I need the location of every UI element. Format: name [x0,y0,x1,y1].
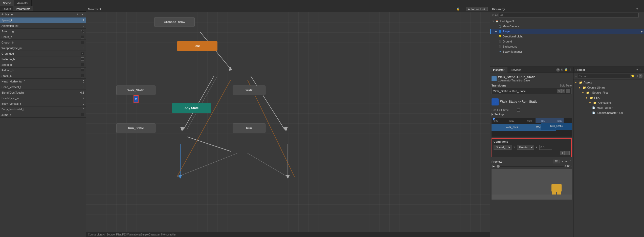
hierarchy-icon2: ⋮ [639,8,642,10]
preview-2d-button[interactable]: 2D [553,160,560,163]
param-row-jump-b[interactable]: Jump_b [0,112,86,118]
project-add-button[interactable]: + [575,74,577,78]
add-param-button[interactable]: + [76,12,80,16]
preview-slider-thumb[interactable] [497,165,500,168]
condition-value-input[interactable] [539,145,552,150]
param-row-head-v[interactable]: Head_Vertical_f 0 [0,84,86,90]
add-condition-button[interactable]: + [560,151,565,155]
svg-line-16 [187,76,217,129]
svg-marker-5 [283,127,288,131]
preview-icon2[interactable]: ⤳ [565,160,567,163]
top-tabs-bar: Scene Animator [0,0,644,6]
hier-item-ground[interactable]: ▶ ⬛ Ground [490,39,644,44]
tab-parameters[interactable]: Parameters [13,6,33,11]
hier-item-main-camera[interactable]: ▶ 📷 Main Camera [490,24,644,29]
tab-inspector[interactable]: Inspector [490,67,507,73]
animator-panel-tabs: Layers Parameters [0,6,86,12]
preview-timeline-slider[interactable] [497,166,564,167]
condition-param-select[interactable]: Speed_f [494,145,512,150]
hier-item-player[interactable]: ▶ 👤 Player ▶ [490,29,644,34]
settings-toggle[interactable]: Settings [492,112,572,117]
checkbox-death-b[interactable] [81,35,84,38]
checkbox-shoot-b[interactable] [81,63,84,66]
state-node-idle[interactable]: Idle [177,41,217,51]
tab-scene[interactable]: Scene [0,0,14,6]
state-node-grenade-throw[interactable]: GrenadeThrow [154,17,195,27]
param-row-blend[interactable]: Blend(DontTouch) 0.5 [0,90,86,95]
hier-item-spawn-manager[interactable]: ▶ ⚙ SpawnManager [490,49,644,54]
transition-mute-btn[interactable]: □ [561,89,565,93]
condition-operator-select[interactable]: Greater [517,145,534,150]
tab-layers[interactable]: Layers [0,6,13,11]
checkbox-static-b[interactable] [81,74,84,77]
hier-item-dir-light[interactable]: ▶ 💡 Directional Light [490,34,644,39]
inspector-gear-icon[interactable]: ⚙ [561,68,563,71]
params-dropdown-button[interactable]: ▾ [80,12,84,16]
param-row-animation-int[interactable]: Animation_int 0 [0,23,86,29]
proj-item-source-files[interactable]: ▼ 📁 _Source_Files [573,90,644,95]
param-row-head-h[interactable]: Head_Horizontal_f 0 [0,79,86,84]
param-row-reload-b[interactable]: Reload_b [0,68,86,73]
proj-item-simple-character[interactable]: 📄 SimpleCharacter_5.0 [573,110,644,115]
param-row-body-h[interactable]: Body_Horizontal_f 0 [0,106,86,112]
project-search-input[interactable] [578,74,630,78]
proj-item-course-library[interactable]: ▼ 📁 Course Library [573,85,644,90]
status-bar-text: Course Library/_Source_Files/FBX/Animati… [88,233,176,236]
proj-item-mask-upper[interactable]: 📄 Mask_Upper [573,105,644,110]
param-row-static-b[interactable]: Static_b [0,73,86,79]
spawn-manager-icon: ⚙ [498,50,502,53]
param-row-crouch-b[interactable]: Crouch_b [0,40,86,45]
param-row-body-v[interactable]: Body_Vertical_f 0 [0,101,86,106]
player-icon: 👤 [498,30,502,33]
lock-icon: 🔒 [456,7,460,11]
param-row-grounded[interactable]: Grounded [0,51,86,56]
project-list: ▼ 📁 Assets ▼ 📁 Course Library ▼ [573,79,644,237]
solo-label: Solo [560,84,565,87]
proj-item-fbx[interactable]: ▼ 📁 FBX [573,95,644,100]
preview-icon1[interactable]: ⤢ [561,160,564,163]
preview-play-button[interactable]: ▶ [492,164,496,168]
checkbox-fullauto[interactable] [81,57,84,61]
param-row-death-b[interactable]: Death_b [0,34,86,40]
hierarchy-dropdown-icon[interactable]: ▼ All [492,14,498,17]
transition-delete-btn[interactable]: − [566,89,570,93]
hier-item-background[interactable]: ▶ ⬛ Background [490,44,644,49]
param-row-weapontype[interactable]: WeaponType_int 0 [0,45,86,51]
settings-triangle-icon [492,113,493,116]
tab-services[interactable]: Services [507,67,524,73]
param-row-speed-f[interactable]: Speed_f 1 [0,17,86,23]
auto-live-link-button[interactable]: Auto Live Link [466,7,488,11]
expand-arrow: ▶ [641,30,643,33]
has-exit-time-checkbox[interactable] [517,109,520,112]
proj-item-assets[interactable]: ▼ 📁 Assets [573,80,644,85]
project-layout-icon[interactable]: ⊞ [636,74,638,78]
inspector-help-icon[interactable]: ? [556,68,560,72]
remove-condition-button[interactable]: − [565,151,570,155]
inspector-lock-icon[interactable]: 🔒 [564,68,568,71]
hierarchy-menu-icon[interactable]: ⋮ [640,13,642,17]
state-node-walk[interactable]: Walk [233,85,265,95]
tab-animator[interactable]: Animator [14,0,32,6]
transition-row-walk-run[interactable]: Walk_Static -> Run_Static □ □ − [492,88,572,94]
param-row-jump-trig[interactable]: Jump_trig [0,29,86,34]
checkbox-grounded[interactable] [81,52,84,55]
state-node-walk-static[interactable]: Walk_Static ▼ [116,85,156,95]
proj-item-animations[interactable]: ▼ 📁 Animations [573,100,644,105]
param-row-deathtype[interactable]: DeathType_int 2 [0,95,86,101]
transition-sub-label: 1 AnimatorTransitionBase [498,79,535,82]
checkbox-reload-b[interactable] [81,69,84,72]
state-node-run-static[interactable]: Run_Static [116,123,156,133]
proj-label-fbx: FBX [594,96,599,99]
state-node-any-state[interactable]: Any State [172,103,211,113]
checkbox-crouch-b[interactable] [81,41,84,44]
state-node-run[interactable]: Run [233,123,265,133]
hier-item-prototype3[interactable]: ▼ 🏠 Prototype 3 [490,19,644,24]
param-row-fullauto[interactable]: FullAuto_b [0,56,86,62]
param-row-shoot-b[interactable]: Shoot_b [0,62,86,68]
hierarchy-search-input[interactable] [499,13,639,17]
checkbox-jump-b[interactable] [81,113,84,116]
inspector-more-icon[interactable]: ⋮ [569,68,572,71]
preview-icon3[interactable]: ⋮ [569,160,572,163]
project-starred-icon[interactable]: ⭐ [631,74,635,78]
transition-solo-btn[interactable]: □ [557,89,561,93]
